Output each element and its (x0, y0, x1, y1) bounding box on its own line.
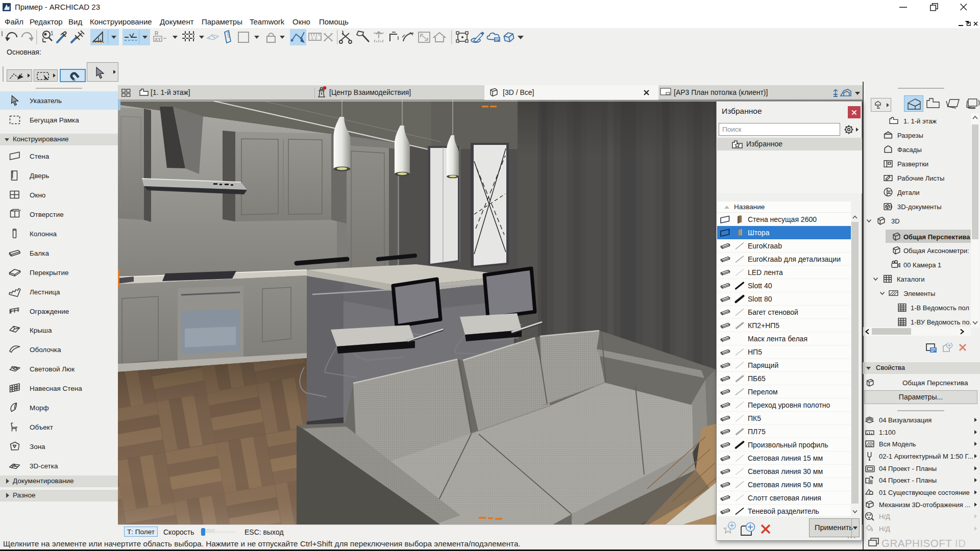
svg-text:R: R (155, 31, 159, 36)
svg-text:XY: XY (155, 37, 161, 42)
svg-text:1: 1 (51, 31, 54, 36)
svg-text:1 2: 1 2 (311, 35, 317, 40)
